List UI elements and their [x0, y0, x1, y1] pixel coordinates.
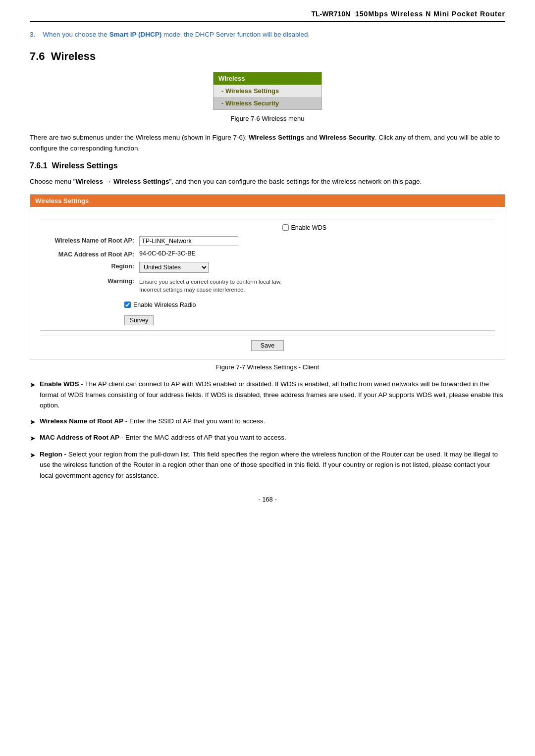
- form-value-mac-address: 94-0C-6D-2F-3C-BE: [139, 250, 495, 257]
- intro-number: 3.: [30, 31, 35, 38]
- bullet-list: ➤ Enable WDS - The AP client can connect…: [30, 379, 505, 481]
- page-number: - 168 -: [30, 496, 505, 503]
- bullet-item-region: ➤ Region - Select your region from the p…: [30, 449, 505, 481]
- page-header: TL-WR710N 150Mbps Wireless N Mini Pocket…: [30, 10, 505, 22]
- settings-panel-header: Wireless Settings: [30, 195, 505, 207]
- bullet-text-2: Wireless Name of Root AP - Enter the SSI…: [40, 416, 265, 427]
- intro-text-before: When you choose the: [43, 31, 109, 38]
- bullet-item-wireless-name: ➤ Wireless Name of Root AP - Enter the S…: [30, 416, 505, 427]
- subsection-heading: 7.6.1 Wireless Settings: [30, 161, 505, 170]
- wireless-name-input[interactable]: [139, 236, 238, 246]
- wireless-menu-item-wireless[interactable]: Wireless: [214, 72, 321, 85]
- enable-wireless-radio-row: Enable Wireless Radio: [40, 302, 495, 308]
- panel-divider-top: [40, 219, 495, 219]
- survey-row: Survey: [40, 312, 495, 325]
- header-model: TL-WR710N: [311, 10, 350, 18]
- form-row-mac-address: MAC Address of Root AP: 94-0C-6D-2F-3C-B…: [40, 250, 495, 258]
- warning-text: Ensure you select a correct country to c…: [139, 278, 495, 294]
- survey-button[interactable]: Survey: [124, 315, 154, 325]
- bullet-arrow-4: ➤: [30, 450, 36, 460]
- intro-highlight: Smart IP (DHCP): [109, 31, 162, 38]
- bullet-text-1: Enable WDS - The AP client can connect t…: [40, 379, 505, 411]
- body-paragraph: There are two submenus under the Wireles…: [30, 132, 505, 153]
- enable-wds-label: Enable WDS: [291, 224, 326, 231]
- section-heading: 7.6 Wireless: [30, 50, 505, 63]
- figure-7-caption: Figure 7-7 Wireless Settings - Client: [30, 363, 505, 371]
- save-button[interactable]: Save: [251, 340, 284, 351]
- intro-text-after: mode, the DHCP Server function will be d…: [163, 31, 310, 38]
- subsection-intro: Choose menu "Wireless → Wireless Setting…: [30, 176, 505, 187]
- enable-wds-checkbox[interactable]: [282, 224, 289, 231]
- intro-note: 3. When you choose the Smart IP (DHCP) m…: [30, 31, 505, 38]
- bullet-arrow-3: ➤: [30, 433, 36, 444]
- bullet-text-3: MAC Address of Root AP - Enter the MAC a…: [40, 432, 286, 443]
- figure-6-caption: Figure 7-6 Wireless menu: [231, 115, 305, 122]
- form-label-region: Region:: [40, 262, 139, 270]
- enable-wds-row: Enable WDS: [40, 224, 495, 231]
- form-label-warning: Warning:: [40, 277, 139, 285]
- save-row: Save: [40, 336, 495, 354]
- bullet-item-enable-wds: ➤ Enable WDS - The AP client can connect…: [30, 379, 505, 411]
- bullet-arrow-1: ➤: [30, 379, 36, 390]
- wireless-menu-item-settings[interactable]: - Wireless Settings: [214, 85, 321, 97]
- bullet-text-4: Region - Select your region from the pul…: [40, 449, 505, 481]
- enable-wireless-radio-checkbox[interactable]: [124, 302, 131, 308]
- form-row-region: Region: United States: [40, 262, 495, 273]
- settings-panel: Wireless Settings Enable WDS Wireless Na…: [30, 194, 505, 359]
- form-row-warning: Warning: Ensure you select a correct cou…: [40, 277, 495, 294]
- form-value-region: United States: [139, 262, 495, 273]
- bullet-arrow-2: ➤: [30, 416, 36, 427]
- settings-panel-body: Enable WDS Wireless Name of Root AP: MAC…: [30, 207, 505, 359]
- region-select[interactable]: United States: [139, 262, 209, 273]
- bullet-item-mac-address: ➤ MAC Address of Root AP - Enter the MAC…: [30, 432, 505, 444]
- enable-wireless-radio-label: Enable Wireless Radio: [133, 302, 196, 308]
- wireless-menu-box: Wireless - Wireless Settings - Wireless …: [213, 72, 322, 110]
- wireless-menu-item-security[interactable]: - Wireless Security: [214, 97, 321, 109]
- form-value-wireless-name: [139, 236, 495, 246]
- header-title: 150Mbps Wireless N Mini Pocket Router: [355, 10, 505, 18]
- form-label-mac-address: MAC Address of Root AP:: [40, 250, 139, 258]
- form-value-warning: Ensure you select a correct country to c…: [139, 277, 495, 294]
- form-label-wireless-name: Wireless Name of Root AP:: [40, 236, 139, 244]
- panel-divider-bottom: [40, 330, 495, 331]
- form-row-wireless-name: Wireless Name of Root AP:: [40, 236, 495, 246]
